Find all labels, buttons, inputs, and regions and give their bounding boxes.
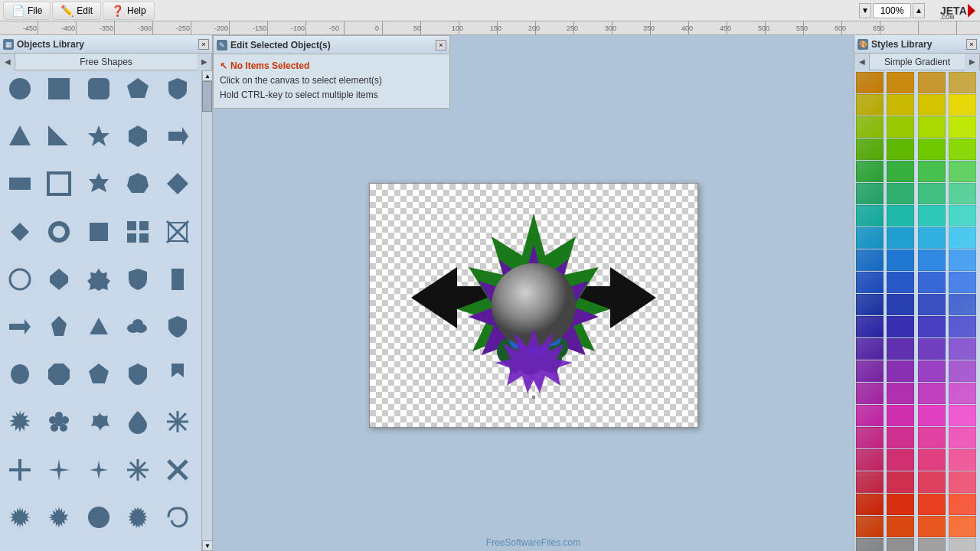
style-swatch[interactable]: [887, 72, 914, 93]
style-swatch[interactable]: [887, 316, 914, 337]
style-swatch[interactable]: [918, 316, 946, 337]
style-swatch[interactable]: [949, 516, 976, 537]
style-swatch[interactable]: [856, 471, 884, 493]
style-swatch[interactable]: [856, 183, 884, 204]
style-swatch[interactable]: [887, 161, 914, 182]
style-swatch[interactable]: [856, 227, 884, 249]
style-swatch[interactable]: [918, 183, 946, 204]
style-swatch[interactable]: [887, 116, 914, 138]
shape-hexagon[interactable]: [121, 121, 155, 152]
style-swatch[interactable]: [949, 494, 976, 515]
scroll-down-btn[interactable]: ▼: [202, 540, 212, 551]
zoom-value[interactable]: 100%: [873, 3, 911, 18]
style-swatch[interactable]: [887, 405, 914, 426]
shape-badge[interactable]: [82, 264, 116, 295]
shape-triangle[interactable]: [3, 121, 37, 152]
style-swatch[interactable]: [949, 161, 976, 182]
style-swatch[interactable]: [856, 205, 884, 227]
style-swatch[interactable]: [887, 427, 914, 448]
shape-ribbon[interactable]: [161, 359, 194, 390]
shape-octagon[interactable]: [42, 359, 76, 390]
zoom-down-button[interactable]: ▼: [859, 3, 871, 18]
shape-heptagon[interactable]: [121, 168, 155, 199]
shape-shield1[interactable]: [161, 73, 194, 104]
style-swatch[interactable]: [918, 161, 946, 182]
shape-cloud[interactable]: [121, 311, 155, 342]
objects-library-next[interactable]: ▶: [197, 54, 212, 70]
style-swatch[interactable]: [949, 360, 976, 382]
shape-diamond2[interactable]: [161, 168, 194, 199]
styles-library-next[interactable]: ▶: [965, 54, 980, 70]
shape-diamond3[interactable]: [42, 264, 76, 295]
shape-plus[interactable]: [3, 455, 37, 485]
style-swatch[interactable]: [949, 94, 976, 116]
style-swatch[interactable]: [918, 360, 946, 382]
style-swatch[interactable]: [887, 294, 914, 315]
shape-circle[interactable]: [3, 73, 37, 104]
shape-circle3[interactable]: [82, 502, 116, 533]
style-swatch[interactable]: [949, 205, 976, 227]
shape-blob1[interactable]: [3, 359, 37, 390]
shape-shield2[interactable]: [121, 264, 155, 295]
style-swatch[interactable]: [949, 427, 976, 448]
style-swatch[interactable]: [887, 471, 914, 493]
menu-file[interactable]: 📄 File: [3, 2, 51, 20]
shape-star4[interactable]: [82, 121, 116, 152]
style-swatch[interactable]: [918, 116, 946, 138]
shape-rect-v[interactable]: [161, 264, 194, 295]
styles-library-close[interactable]: ×: [966, 39, 977, 50]
shape-drop[interactable]: [121, 406, 155, 437]
shape-triangle-r[interactable]: [42, 121, 76, 152]
shape-circle2[interactable]: [3, 264, 37, 295]
style-swatch[interactable]: [856, 405, 884, 426]
style-swatch[interactable]: [887, 338, 914, 360]
style-swatch[interactable]: [949, 405, 976, 426]
style-swatch[interactable]: [918, 294, 946, 315]
style-swatch[interactable]: [887, 227, 914, 249]
style-swatch[interactable]: [856, 272, 884, 293]
shape-starburst2[interactable]: [121, 502, 155, 533]
shape-flower2[interactable]: [82, 406, 116, 437]
style-swatch[interactable]: [856, 72, 884, 93]
shape-diamond[interactable]: [3, 217, 37, 247]
shape-asterisk[interactable]: [121, 455, 155, 485]
style-swatch[interactable]: [856, 538, 884, 551]
style-swatch[interactable]: [918, 383, 946, 404]
shape-triangle2[interactable]: [82, 311, 116, 342]
shape-rect-h[interactable]: [3, 168, 37, 199]
shape-frame[interactable]: [42, 168, 76, 199]
style-swatch[interactable]: [949, 449, 976, 471]
style-swatch[interactable]: [918, 227, 946, 249]
shape-arrow-r[interactable]: [161, 121, 194, 152]
style-swatch[interactable]: [918, 94, 946, 116]
style-swatch[interactable]: [856, 161, 884, 182]
shape-xmark[interactable]: [161, 455, 194, 485]
styles-library-prev[interactable]: ◀: [854, 54, 870, 70]
shape-shield4[interactable]: [121, 359, 155, 390]
style-swatch[interactable]: [918, 249, 946, 271]
style-swatch[interactable]: [887, 272, 914, 293]
style-swatch[interactable]: [887, 538, 914, 551]
style-swatch[interactable]: [918, 272, 946, 293]
style-swatch[interactable]: [949, 316, 976, 337]
objects-library-close[interactable]: ×: [198, 39, 209, 50]
shape-square2[interactable]: [82, 217, 116, 247]
objects-library-prev[interactable]: ◀: [0, 54, 15, 70]
style-swatch[interactable]: [856, 516, 884, 537]
style-swatch[interactable]: [918, 338, 946, 360]
scroll-thumb[interactable]: [202, 81, 212, 112]
zoom-up-button[interactable]: ▲: [913, 3, 925, 18]
style-swatch[interactable]: [918, 516, 946, 537]
shape-rounded-rect[interactable]: [82, 73, 116, 104]
style-swatch[interactable]: [918, 72, 946, 93]
style-swatch[interactable]: [918, 449, 946, 471]
edit-panel-close[interactable]: ×: [436, 40, 446, 51]
shape-cog[interactable]: [42, 502, 76, 533]
shape-cross[interactable]: [161, 406, 194, 437]
style-swatch[interactable]: [949, 272, 976, 293]
shape-ring[interactable]: [42, 217, 76, 247]
style-swatch[interactable]: [887, 183, 914, 204]
style-swatch[interactable]: [856, 294, 884, 315]
style-swatch[interactable]: [949, 183, 976, 204]
shape-square[interactable]: [42, 73, 76, 104]
